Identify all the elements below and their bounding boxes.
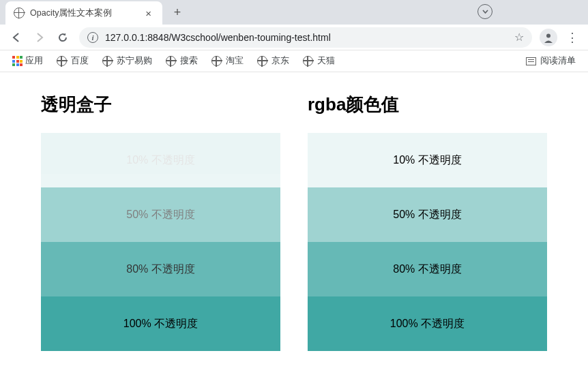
box-label: 100% 不透明度 [123,317,198,331]
bookmarks-bar: 应用 百度 苏宁易购 搜索 淘宝 京东 天猫 阅读清单 [0,50,588,72]
box-label: 80% 不透明度 [393,262,461,277]
bookmark-label: 搜索 [180,55,198,67]
site-info-icon[interactable]: i [87,32,98,43]
opacity-column: 透明盒子 10% 不透明度 50% 不透明度 80% 不透明度 100% 不透明… [41,93,280,351]
apps-label: 应用 [25,55,43,67]
bookmark-label: 京东 [271,55,289,67]
rgba-box-100: 100% 不透明度 [308,296,547,351]
bookmark-label: 淘宝 [226,55,244,67]
forward-button [29,27,50,48]
box-label: 10% 不透明度 [393,153,461,168]
bookmark-star-icon[interactable]: ☆ [514,31,524,44]
url-text: 127.0.0.1:8848/W3cschool/wenben-touming-… [105,32,508,43]
bookmark-label: 天猫 [317,55,335,67]
box-label: 100% 不透明度 [390,317,465,331]
bookmark-item[interactable]: 淘宝 [206,52,249,70]
rgba-box-50: 50% 不透明度 [308,187,547,242]
reading-list-button[interactable]: 阅读清单 [520,52,581,70]
globe-icon [57,56,67,66]
bookmark-item[interactable]: 天猫 [297,52,340,70]
bookmark-label: 百度 [71,55,89,67]
toolbar: i 127.0.0.1:8848/W3cschool/wenben-toumin… [0,25,588,50]
globe-icon [14,7,25,18]
tabs-dropdown[interactable] [477,4,493,19]
heading-rgba: rgba颜色值 [308,93,547,117]
browser-tab[interactable]: Opacity属性文本案例 × [5,1,162,25]
tab-strip: Opacity属性文本案例 × + [0,0,588,25]
address-bar[interactable]: i 127.0.0.1:8848/W3cschool/wenben-toumin… [79,27,532,48]
reload-button[interactable] [52,27,74,48]
menu-button[interactable]: ⋮ [561,27,583,48]
globe-icon [257,56,267,66]
heading-opacity: 透明盒子 [41,93,280,117]
box-label: 50% 不透明度 [393,208,461,222]
kebab-icon: ⋮ [566,30,578,45]
globe-icon [102,56,113,66]
apps-button[interactable]: 应用 [7,52,48,70]
box-label: 10% 不透明度 [126,153,194,168]
tab-title: Opacity属性文本案例 [30,7,138,19]
globe-icon [303,56,313,66]
rgba-column: rgba颜色值 10% 不透明度 50% 不透明度 80% 不透明度 100% … [308,93,547,351]
rgba-box-80: 80% 不透明度 [308,242,547,296]
bookmark-label: 苏宁易购 [117,55,152,67]
page-content: 透明盒子 10% 不透明度 50% 不透明度 80% 不透明度 100% 不透明… [0,72,588,371]
reading-list-label: 阅读清单 [540,55,576,67]
close-icon[interactable]: × [143,7,154,19]
profile-button[interactable] [538,27,559,48]
opacity-box-10: 10% 不透明度 [41,133,280,187]
box-label: 50% 不透明度 [126,208,194,222]
opacity-box-100: 100% 不透明度 [41,296,280,351]
globe-icon [166,56,176,66]
bookmark-item[interactable]: 苏宁易购 [97,52,158,70]
new-tab-button[interactable]: + [168,3,187,22]
bookmark-item[interactable]: 百度 [51,52,94,70]
opacity-box-80: 80% 不透明度 [41,242,280,296]
svg-point-4 [546,33,550,37]
opacity-box-50: 50% 不透明度 [41,187,280,242]
box-label: 80% 不透明度 [126,262,194,277]
chevron-down-icon [477,4,493,19]
list-icon [526,57,536,65]
avatar-icon [540,29,557,46]
globe-icon [211,56,222,66]
apps-icon [12,56,23,66]
back-button[interactable] [5,27,27,48]
bookmark-item[interactable]: 京东 [252,52,295,70]
rgba-box-10: 10% 不透明度 [308,133,547,187]
bookmark-item[interactable]: 搜索 [160,52,203,70]
